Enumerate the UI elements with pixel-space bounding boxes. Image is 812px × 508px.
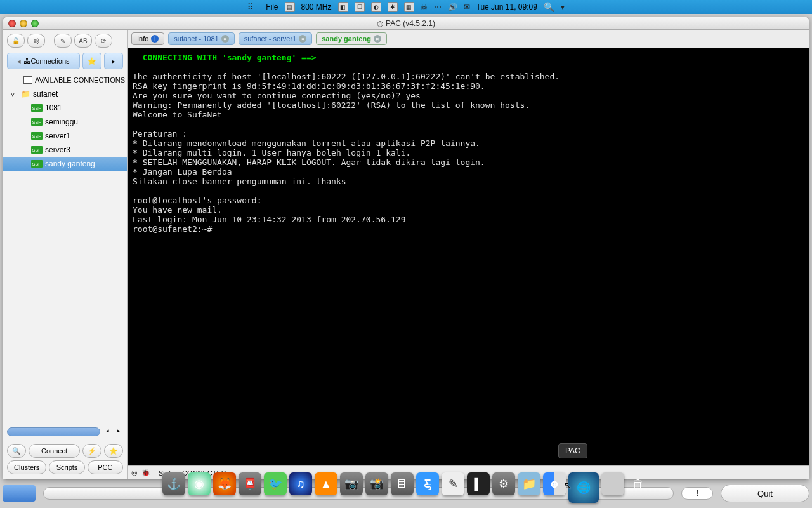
favorite-button[interactable]: ⭐ bbox=[104, 444, 123, 458]
dock-itunes-icon[interactable]: ♫ bbox=[289, 472, 312, 495]
sidebar-toolbar: 🔓 ⛓ ✎ AB ⟳ bbox=[3, 30, 127, 53]
tray-icon-1[interactable]: ◧ bbox=[338, 2, 348, 12]
tray-icon-2[interactable]: ☐ bbox=[355, 2, 365, 12]
tree-item-label: 1081 bbox=[45, 104, 62, 112]
pcc-button[interactable]: PCC bbox=[88, 460, 123, 474]
tab-label: sufanet - 1081 bbox=[174, 35, 218, 43]
spotlight-icon[interactable]: 🔍 bbox=[544, 2, 554, 12]
dock-settings-icon[interactable]: ⚙ bbox=[492, 472, 515, 495]
menu-file[interactable]: File bbox=[266, 3, 278, 11]
folder-label: sufanet bbox=[33, 90, 58, 98]
dock: ⚓ ◉ 🦊 📮 🐦 ♫ ▲ 📷 📸 🖩 Ƹ̵̡ ✎ ▌ ⚙ 📁 ☻ 🌐 🗑 bbox=[160, 470, 652, 505]
tree-item-sandy-ganteng[interactable]: SSH sandy ganteng bbox=[3, 157, 127, 171]
menu-chevron-icon[interactable]: ▾ bbox=[561, 3, 565, 11]
tree-header: AVAILABLE CONNECTIONS bbox=[3, 73, 127, 87]
minimize-icon[interactable] bbox=[20, 20, 27, 27]
ssh-icon: SSH bbox=[31, 146, 43, 154]
hscroll-track[interactable] bbox=[7, 427, 100, 436]
tray-icon-skull[interactable]: ☠ bbox=[421, 3, 428, 11]
tab-label: sufanet - server1 bbox=[244, 35, 297, 43]
titlebar[interactable]: ◎ PAC (v4.5.2.1) bbox=[3, 17, 809, 30]
tray-icon-chat[interactable]: ⋯ bbox=[434, 3, 442, 11]
dock-blank-icon[interactable] bbox=[601, 472, 624, 495]
menubar-clock: Tue Jun 11, 09:09 bbox=[476, 3, 537, 11]
toolbar-refresh-button[interactable]: ⟳ bbox=[95, 34, 112, 48]
tree-item-server3[interactable]: SSH server3 bbox=[3, 143, 127, 157]
scroll-left-icon[interactable]: ◂ bbox=[103, 427, 112, 436]
mouse-cursor-icon: ↖ bbox=[563, 479, 572, 491]
nav-left-icon[interactable]: ◂ bbox=[17, 57, 23, 65]
dock-pac-icon[interactable]: 🌐 bbox=[568, 472, 599, 503]
search-button[interactable]: 🔍 bbox=[7, 444, 26, 458]
dock-vlc-icon[interactable]: ▲ bbox=[315, 472, 337, 495]
tab-sandy-ganteng[interactable]: sandy ganteng × bbox=[316, 32, 387, 45]
dock-files-icon[interactable]: 📁 bbox=[518, 472, 540, 495]
toolbar-link-button[interactable]: ⛓ bbox=[27, 34, 45, 48]
dock-shutter-icon[interactable]: 📷 bbox=[340, 472, 363, 495]
tab-close-icon[interactable]: × bbox=[374, 35, 381, 43]
app-icon: ◎ bbox=[377, 19, 383, 28]
info-icon: i bbox=[151, 35, 159, 43]
favorites-tab[interactable]: ⭐ bbox=[82, 53, 102, 69]
dock-pidgin-icon[interactable]: 🐦 bbox=[264, 472, 287, 495]
tree-folder-sufanet[interactable]: ▿ 📁 sufanet bbox=[3, 87, 127, 101]
ssh-icon: SSH bbox=[31, 132, 43, 140]
dock-chrome-icon[interactable]: ◉ bbox=[188, 472, 211, 495]
tab-close-icon[interactable]: × bbox=[221, 35, 229, 43]
cpu-speed: 800 MHz bbox=[301, 3, 332, 11]
alert-button[interactable]: ! bbox=[681, 487, 713, 500]
dock-terminal-icon[interactable]: ▌ bbox=[467, 472, 490, 495]
dock-stamp-icon[interactable]: 📮 bbox=[239, 472, 261, 495]
sidebar-scrollbar[interactable]: ◂ ▸ bbox=[3, 422, 127, 441]
tab-info[interactable]: Info i bbox=[131, 32, 164, 45]
dock-textedit-icon[interactable]: ✎ bbox=[442, 472, 464, 495]
tab-label: sandy ganteng bbox=[322, 35, 371, 43]
tray-icon-globe[interactable]: ◐ bbox=[371, 2, 381, 12]
tab-close-icon[interactable]: × bbox=[299, 35, 306, 43]
sidebar: 🔓 ⛓ ✎ AB ⟳ ◂ 🖧 Connections ⭐ ▸ bbox=[3, 30, 128, 479]
dock-calc-icon[interactable]: 🖩 bbox=[391, 472, 414, 495]
tab-sufanet-1081[interactable]: sufanet - 1081 × bbox=[168, 32, 234, 45]
dock-finder-icon[interactable]: ☻ bbox=[543, 472, 566, 495]
bottom-blue-block[interactable] bbox=[3, 485, 36, 502]
tray-icon-puzzle[interactable]: ▦ bbox=[404, 2, 414, 12]
scroll-right-icon[interactable]: ▸ bbox=[114, 427, 123, 436]
system-menubar: ⠿ File ▤ 800 MHz ◧ ☐ ◐ ✱ ▦ ☠ ⋯ 🔊 ✉ Tue J… bbox=[0, 0, 812, 14]
bug-icon: 🐞 bbox=[141, 469, 150, 477]
tree-item-server1[interactable]: SSH server1 bbox=[3, 129, 127, 143]
cpu-icon: ▤ bbox=[285, 2, 295, 12]
scripts-button[interactable]: Scripts bbox=[49, 460, 84, 474]
nav-right-tab[interactable]: ▸ bbox=[104, 53, 123, 69]
grip-icon: ⠿ bbox=[247, 3, 253, 11]
connect-button[interactable]: Connect bbox=[29, 444, 80, 458]
pac-window: ◎ PAC (v4.5.2.1) 🔓 ⛓ ✎ AB ⟳ ◂ 🖧 Connecti… bbox=[3, 17, 809, 480]
tab-info-label: Info bbox=[137, 35, 148, 43]
toolbar-edit-button[interactable]: ✎ bbox=[54, 34, 72, 48]
expand-icon[interactable]: ▿ bbox=[11, 90, 18, 98]
lightning-button[interactable]: ⚡ bbox=[82, 444, 102, 458]
dock-firefox-icon[interactable]: 🦊 bbox=[213, 472, 236, 495]
tree-item-1081[interactable]: SSH 1081 bbox=[3, 101, 127, 115]
monitor-icon bbox=[23, 76, 32, 84]
close-icon[interactable] bbox=[8, 20, 16, 27]
clusters-button[interactable]: Clusters bbox=[7, 460, 46, 474]
volume-icon[interactable]: 🔊 bbox=[448, 3, 457, 11]
tray-icon-gear[interactable]: ✱ bbox=[388, 2, 398, 12]
tab-sufanet-server1[interactable]: sufanet - server1 × bbox=[239, 32, 313, 45]
ssh-icon: SSH bbox=[31, 104, 43, 112]
toolbar-unlock-button[interactable]: 🔓 bbox=[7, 34, 25, 48]
hierarchy-icon: 🖧 bbox=[23, 57, 30, 65]
connections-tab[interactable]: ◂ 🖧 Connections bbox=[7, 53, 80, 69]
zoom-icon[interactable] bbox=[31, 20, 39, 27]
dock-butterfly-icon[interactable]: Ƹ̵̡ bbox=[416, 472, 439, 495]
ssh-icon: SSH bbox=[31, 118, 43, 126]
mail-icon[interactable]: ✉ bbox=[464, 3, 470, 11]
dock-anchor-icon[interactable]: ⚓ bbox=[162, 472, 185, 495]
dock-trash-icon[interactable]: 🗑 bbox=[627, 472, 650, 495]
toolbar-rename-button[interactable]: AB bbox=[74, 34, 92, 48]
dock-camera-icon[interactable]: 📸 bbox=[365, 472, 388, 495]
tree-item-label: seminggu bbox=[45, 117, 78, 126]
terminal[interactable]: CONNECTING WITH 'sandy ganteng' ==> The … bbox=[128, 48, 809, 465]
tree-item-seminggu[interactable]: SSH seminggu bbox=[3, 115, 127, 129]
quit-button[interactable]: Quit bbox=[721, 485, 809, 502]
